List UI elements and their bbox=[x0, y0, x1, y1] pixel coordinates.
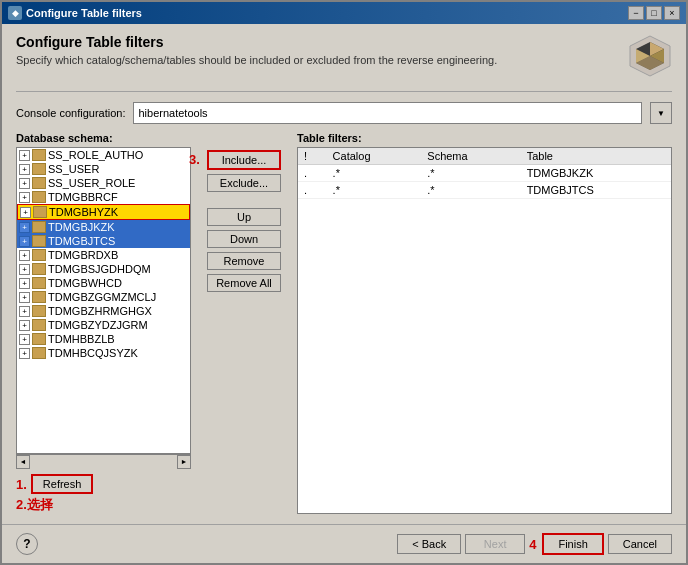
remove-button[interactable]: Remove bbox=[207, 252, 281, 270]
expand-icon[interactable]: + bbox=[19, 178, 30, 189]
expand-icon[interactable]: + bbox=[19, 292, 30, 303]
page-title: Configure Table filters bbox=[16, 34, 497, 50]
tree-item-label: TDMGBZHRMGHGX bbox=[48, 305, 152, 317]
step4-label: 4 bbox=[529, 537, 536, 552]
expand-icon[interactable]: + bbox=[19, 264, 30, 275]
page-description: Specify which catalog/schema/tables shou… bbox=[16, 53, 497, 68]
expand-icon[interactable]: + bbox=[19, 278, 30, 289]
db-icon bbox=[32, 177, 46, 189]
scroll-left-button[interactable]: ◄ bbox=[16, 455, 30, 469]
expand-icon[interactable]: + bbox=[19, 250, 30, 261]
exclude-button[interactable]: Exclude... bbox=[207, 174, 281, 192]
console-input[interactable] bbox=[133, 102, 642, 124]
remove-btn-wrap: Remove bbox=[207, 252, 281, 270]
list-item[interactable]: + TDMGBWHCD bbox=[17, 276, 190, 290]
expand-icon[interactable]: + bbox=[19, 320, 30, 331]
back-button[interactable]: < Back bbox=[397, 534, 461, 554]
middle-panel: 3. Include... Exclude... Up Down Remove … bbox=[201, 132, 287, 514]
next-button[interactable]: Next bbox=[465, 534, 525, 554]
content-area: Configure Table filters Specify which ca… bbox=[2, 24, 686, 524]
expand-icon[interactable]: + bbox=[19, 222, 30, 233]
cell-table: TDMGBJTCS bbox=[521, 182, 671, 199]
expand-icon[interactable]: + bbox=[19, 334, 30, 345]
minimize-button[interactable]: − bbox=[628, 6, 644, 20]
list-item[interactable]: + TDMGBZGGMZMCLJ bbox=[17, 290, 190, 304]
tree-item-label: TDMGBJTCS bbox=[48, 235, 115, 247]
tree-item-label: TDMGBHYZK bbox=[49, 206, 118, 218]
help-button[interactable]: ? bbox=[16, 533, 38, 555]
maximize-button[interactable]: □ bbox=[646, 6, 662, 20]
up-button[interactable]: Up bbox=[207, 208, 281, 226]
expand-icon[interactable]: + bbox=[19, 306, 30, 317]
filters-container[interactable]: ! Catalog Schema Table . .* .* T bbox=[297, 147, 672, 514]
expand-icon[interactable]: + bbox=[19, 236, 30, 247]
scroll-right-button[interactable]: ► bbox=[177, 455, 191, 469]
tree-item-label: TDMGBJKZK bbox=[48, 221, 115, 233]
expand-icon[interactable]: + bbox=[20, 207, 31, 218]
list-item[interactable]: + SS_ROLE_AUTHO bbox=[17, 148, 190, 162]
cell-table: TDMGBJKZK bbox=[521, 165, 671, 182]
tree-item-label: TDMGBZYDZJGRM bbox=[48, 319, 148, 331]
title-bar: ◆ Configure Table filters − □ × bbox=[2, 2, 686, 24]
db-icon bbox=[32, 149, 46, 161]
db-icon bbox=[32, 319, 46, 331]
header-section: Configure Table filters Specify which ca… bbox=[16, 34, 672, 81]
window-title: Configure Table filters bbox=[26, 7, 142, 19]
table-row[interactable]: . .* .* TDMGBJTCS bbox=[298, 182, 671, 199]
down-button[interactable]: Down bbox=[207, 230, 281, 248]
db-icon bbox=[32, 235, 46, 247]
cell-excl: . bbox=[298, 182, 327, 199]
tree-item-label: TDMGBRDXB bbox=[48, 249, 118, 261]
refresh-area: 1. Refresh bbox=[16, 474, 191, 494]
list-item[interactable]: + TDMHBCQJSYZK bbox=[17, 346, 190, 360]
step1-label: 1. bbox=[16, 477, 27, 492]
tree-item-label: TDMHBCQJSYZK bbox=[48, 347, 138, 359]
db-icon bbox=[32, 221, 46, 233]
cell-catalog: .* bbox=[327, 182, 422, 199]
db-icon bbox=[32, 333, 46, 345]
down-btn-wrap: Down bbox=[207, 230, 281, 248]
db-icon bbox=[32, 277, 46, 289]
list-item[interactable]: + SS_USER_ROLE bbox=[17, 176, 190, 190]
console-dropdown-arrow[interactable]: ▼ bbox=[650, 102, 672, 124]
list-item[interactable]: + TDMHBBZLB bbox=[17, 332, 190, 346]
col-excl: ! bbox=[298, 148, 327, 165]
step2-area: 2.选择 bbox=[16, 496, 191, 514]
include-button[interactable]: Include... bbox=[207, 150, 281, 170]
expand-icon[interactable]: + bbox=[19, 150, 30, 161]
col-table: Table bbox=[521, 148, 671, 165]
tree-item-label: TDMHBBZLB bbox=[48, 333, 115, 345]
db-icon bbox=[32, 263, 46, 275]
expand-icon[interactable]: + bbox=[19, 192, 30, 203]
list-item[interactable]: + TDMGBZHRMGHGX bbox=[17, 304, 190, 318]
list-item[interactable]: + SS_USER bbox=[17, 162, 190, 176]
console-row: Console configuration: ▼ bbox=[16, 102, 672, 124]
window: ◆ Configure Table filters − □ × Configur… bbox=[0, 0, 688, 565]
list-item[interactable]: + TDMGBHYZK bbox=[17, 204, 190, 220]
window-icon: ◆ bbox=[8, 6, 22, 20]
remove-all-button[interactable]: Remove All bbox=[207, 274, 281, 292]
expand-icon[interactable]: + bbox=[19, 348, 30, 359]
exclude-btn-wrap: Exclude... bbox=[207, 174, 281, 192]
horizontal-scrollbar[interactable]: ◄ ► bbox=[16, 454, 191, 468]
cell-schema: .* bbox=[421, 165, 520, 182]
include-btn-wrap: 3. Include... bbox=[207, 150, 281, 170]
col-schema: Schema bbox=[421, 148, 520, 165]
refresh-button[interactable]: Refresh bbox=[31, 474, 94, 494]
list-item[interactable]: + TDMGBRDXB bbox=[17, 248, 190, 262]
up-btn-wrap: Up bbox=[207, 208, 281, 226]
expand-icon[interactable]: + bbox=[19, 164, 30, 175]
list-item[interactable]: + TDMGBSJGDHDQM bbox=[17, 262, 190, 276]
title-bar-left: ◆ Configure Table filters bbox=[8, 6, 142, 20]
list-item[interactable]: + TDMGBJKZK bbox=[17, 220, 190, 234]
finish-button[interactable]: Finish bbox=[542, 533, 603, 555]
filters-table: ! Catalog Schema Table . .* .* T bbox=[298, 148, 671, 199]
tree-container[interactable]: + SS_ROLE_AUTHO + SS_USER + SS_USER_ROLE bbox=[16, 147, 191, 454]
close-button[interactable]: × bbox=[664, 6, 680, 20]
list-item[interactable]: + TDMGBJTCS bbox=[17, 234, 190, 248]
step3-label: 3. bbox=[189, 152, 200, 167]
cancel-button[interactable]: Cancel bbox=[608, 534, 672, 554]
table-row[interactable]: . .* .* TDMGBJKZK bbox=[298, 165, 671, 182]
list-item[interactable]: + TDMGBBRCF bbox=[17, 190, 190, 204]
list-item[interactable]: + TDMGBZYDZJGRM bbox=[17, 318, 190, 332]
